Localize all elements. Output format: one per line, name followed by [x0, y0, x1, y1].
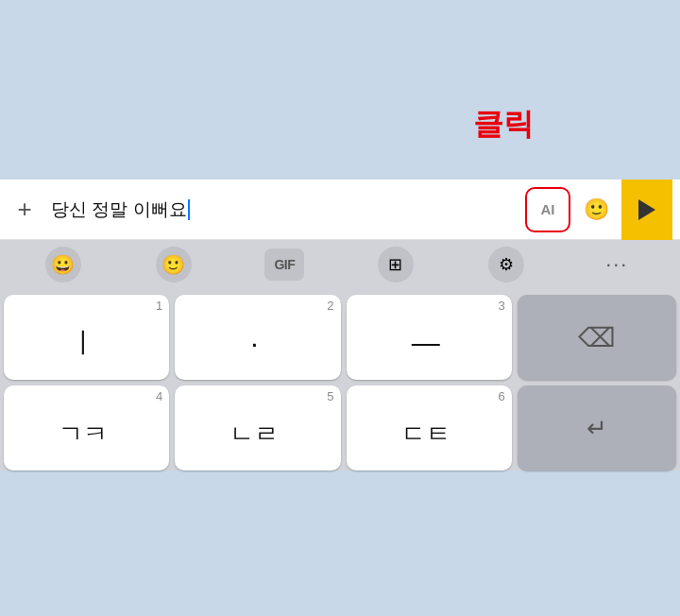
toolbar-row: 😀 🙂 GIF ⊞ ⚙ ··· [0, 240, 680, 289]
toolbar-emoji-btn[interactable]: 😀 [40, 246, 87, 283]
key-1[interactable]: 1 ㅣ [4, 295, 169, 380]
backspace-key[interactable]: ⌫ [518, 295, 676, 380]
backspace-icon: ⌫ [578, 322, 616, 353]
key-row-1: 1 ㅣ 2 · 3 — ⌫ [0, 289, 680, 380]
send-button[interactable] [621, 180, 672, 240]
click-label: 클릭 [473, 104, 534, 145]
key-6[interactable]: 6 ㄷㅌ [347, 385, 512, 471]
toolbar-gif-btn[interactable]: GIF [261, 246, 308, 283]
key-5[interactable]: 5 ㄴㄹ [175, 385, 340, 471]
key-row-2: 4 ㄱㅋ 5 ㄴㄹ 6 ㄷㅌ ↵ [0, 380, 680, 471]
send-arrow-icon [638, 199, 655, 220]
toolbar-settings-btn[interactable]: ⚙ [483, 246, 530, 283]
toolbar-smiley-btn[interactable]: 🙂 [150, 246, 197, 283]
key-4[interactable]: 4 ㄱㅋ [4, 385, 169, 471]
grid-circle-icon: ⊞ [378, 247, 414, 282]
more-dots-icon: ··· [605, 252, 628, 277]
emoji-button[interactable]: 🙂 [576, 190, 616, 230]
key-3[interactable]: 3 — [347, 295, 512, 380]
smiley-circle-icon: 🙂 [156, 247, 192, 282]
emoji-circle-icon: 😀 [45, 247, 81, 282]
keyboard-area: 1 ㅣ 2 · 3 — ⌫ 4 ㄱㅋ 5 ㄴㄹ 6 ㄷㅌ ↵ [0, 289, 680, 471]
emoji-icon: 🙂 [584, 197, 609, 222]
text-input[interactable]: 당신 정말 이뻐요 [47, 180, 519, 239]
ai-button[interactable]: AI [525, 187, 570, 232]
plus-button[interactable]: + [8, 193, 42, 227]
settings-circle-icon: ⚙ [488, 247, 524, 282]
top-area: 클릭 [0, 0, 680, 180]
toolbar-more-btn[interactable]: ··· [593, 246, 640, 283]
toolbar-grid-btn[interactable]: ⊞ [372, 246, 419, 283]
gif-rect-icon: GIF [264, 248, 304, 281]
cursor [188, 199, 190, 220]
enter-icon: ↵ [586, 414, 607, 443]
key-2[interactable]: 2 · [175, 295, 340, 380]
input-row: + 당신 정말 이뻐요 AI 🙂 [0, 180, 680, 240]
enter-key[interactable]: ↵ [518, 385, 676, 471]
